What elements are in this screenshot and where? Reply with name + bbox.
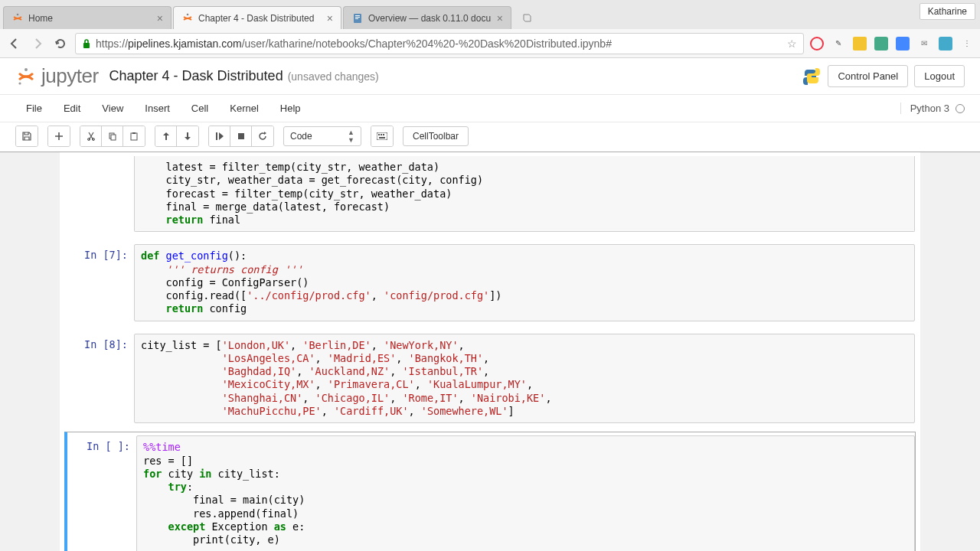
restart-button[interactable] <box>252 126 273 146</box>
svg-rect-20 <box>383 134 384 135</box>
jupyter-favicon-icon <box>11 12 24 24</box>
kernel-status-icon <box>956 104 965 113</box>
cell-input[interactable]: city_list = ['London,UK', 'Berlin,DE', '… <box>134 334 915 424</box>
run-button[interactable] <box>209 126 230 146</box>
url-text: https://pipelines.kjamistan.com/user/kat… <box>96 37 612 50</box>
ext7-icon[interactable] <box>939 37 952 51</box>
tab-title: Overview — dask 0.11.0 docu <box>368 13 492 24</box>
svg-rect-18 <box>378 134 380 135</box>
jupyter-favicon-icon <box>181 12 194 24</box>
ext5-icon[interactable] <box>896 37 910 51</box>
menu-insert[interactable]: Insert <box>134 98 181 119</box>
browser-toolbar: https://pipelines.kjamistan.com/user/kat… <box>0 29 980 58</box>
evernote-ext-icon[interactable]: ✎ <box>831 37 845 51</box>
jupyter-menubar: File Edit View Insert Cell Kernel Help P… <box>0 95 980 122</box>
close-icon[interactable]: × <box>327 12 333 24</box>
move-down-button[interactable] <box>177 126 198 146</box>
stop-button[interactable] <box>230 126 252 146</box>
address-bar[interactable]: https://pipelines.kjamistan.com/user/kat… <box>75 33 804 54</box>
svg-rect-3 <box>355 15 360 16</box>
notebook-scroll-area[interactable]: latest = filter_temp(city_str, weather_d… <box>0 152 980 551</box>
tab-title: Chapter 4 - Dask Distributed <box>198 13 322 24</box>
cell-prompt <box>65 156 134 232</box>
tab-chapter4[interactable]: Chapter 4 - Dask Distributed × <box>173 6 341 29</box>
notebook-title[interactable]: Chapter 4 - Dask Distributed <box>109 68 283 84</box>
browser-tab-strip: Home × Chapter 4 - Dask Distributed × Ov… <box>0 0 980 29</box>
svg-point-1 <box>187 13 189 15</box>
code-cell[interactable]: In [8]: city_list = ['London,UK', 'Berli… <box>64 330 916 428</box>
move-up-button[interactable] <box>155 126 177 146</box>
lock-icon <box>82 38 91 49</box>
jupyter-header: jupyter Chapter 4 - Dask Distributed (un… <box>0 58 980 95</box>
reload-button[interactable] <box>52 35 69 52</box>
cell-prompt: In [ ]: <box>67 435 136 551</box>
command-palette-button[interactable] <box>371 126 393 146</box>
kernel-name: Python 3 <box>910 103 949 114</box>
svg-rect-14 <box>132 132 136 134</box>
save-button[interactable] <box>16 126 38 146</box>
svg-rect-5 <box>355 18 358 19</box>
save-status: (unsaved changes) <box>288 70 379 83</box>
menu-edit[interactable]: Edit <box>53 98 91 119</box>
tabs-row: Home × Chapter 4 - Dask Distributed × Ov… <box>3 0 536 29</box>
menu-help[interactable]: Help <box>270 98 312 119</box>
add-cell-button[interactable] <box>48 126 70 146</box>
opera-ext-icon[interactable] <box>810 37 824 51</box>
tab-title: Home <box>28 13 152 24</box>
svg-point-8 <box>18 82 21 84</box>
svg-point-0 <box>17 13 19 15</box>
svg-rect-13 <box>131 133 137 140</box>
menu-kernel[interactable]: Kernel <box>219 98 270 119</box>
cell-prompt: In [8]: <box>65 334 134 424</box>
logout-button[interactable]: Logout <box>914 65 965 87</box>
jupyter-logo-text: jupyter <box>41 64 99 88</box>
cell-prompt: In [7]: <box>65 244 134 321</box>
control-panel-button[interactable]: Control Panel <box>828 65 908 87</box>
cell-input[interactable]: def get_config(): ''' returns config '''… <box>134 244 915 321</box>
svg-rect-16 <box>238 133 244 139</box>
docs-favicon-icon <box>351 12 364 24</box>
svg-rect-19 <box>381 134 382 135</box>
close-icon[interactable]: × <box>497 12 503 24</box>
ext4-icon[interactable] <box>874 37 888 51</box>
bookmark-star-icon[interactable]: ☆ <box>787 37 797 50</box>
forward-button[interactable] <box>29 35 46 52</box>
cell-toolbar-button[interactable]: CellToolbar <box>403 126 469 146</box>
chevron-updown-icon: ▲▼ <box>348 129 354 144</box>
extension-icons: ✎ ✉ ⋮ <box>810 37 974 51</box>
tab-home[interactable]: Home × <box>3 6 172 29</box>
python-logo-icon <box>802 67 822 86</box>
svg-rect-21 <box>379 137 385 139</box>
cell-input[interactable]: %%time res = [] for city in city_list: t… <box>136 435 915 551</box>
code-cell[interactable]: In [7]: def get_config(): ''' returns co… <box>64 240 916 324</box>
back-button[interactable] <box>6 35 23 52</box>
mail-ext-icon[interactable]: ✉ <box>917 37 931 51</box>
code-cell-selected[interactable]: In [ ]: %%time res = [] for city in city… <box>64 432 916 551</box>
cut-button[interactable] <box>80 126 102 146</box>
chrome-menu-icon[interactable]: ⋮ <box>960 37 974 51</box>
jupyter-logo-icon <box>15 66 37 87</box>
profile-badge[interactable]: Katharine <box>920 3 975 20</box>
svg-rect-15 <box>216 132 217 140</box>
cell-type-select[interactable]: Code ▲▼ <box>283 126 361 146</box>
ext3-icon[interactable] <box>853 37 867 51</box>
jupyter-logo[interactable]: jupyter <box>15 64 99 88</box>
menu-file[interactable]: File <box>15 98 53 119</box>
copy-button[interactable] <box>102 126 123 146</box>
new-tab-button[interactable] <box>518 11 536 26</box>
jupyter-toolbar: Code ▲▼ CellToolbar <box>0 122 980 152</box>
svg-rect-17 <box>377 132 387 140</box>
svg-rect-12 <box>111 135 116 140</box>
menu-cell[interactable]: Cell <box>181 98 219 119</box>
svg-rect-4 <box>355 17 360 18</box>
code-cell[interactable]: latest = filter_temp(city_str, weather_d… <box>64 152 916 236</box>
svg-rect-6 <box>83 43 90 48</box>
paste-button[interactable] <box>123 126 145 146</box>
tab-dask-docs[interactable]: Overview — dask 0.11.0 docu × <box>343 6 511 29</box>
menu-view[interactable]: View <box>91 98 134 119</box>
cell-input[interactable]: latest = filter_temp(city_str, weather_d… <box>134 156 915 232</box>
close-icon[interactable]: × <box>157 12 163 24</box>
svg-point-7 <box>24 68 28 71</box>
